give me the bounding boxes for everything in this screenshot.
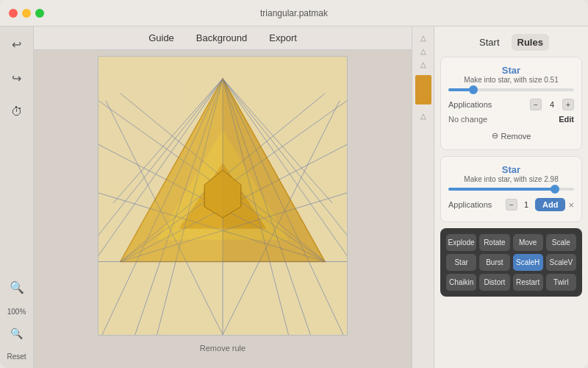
grid-btn-move[interactable]: Move — [513, 234, 543, 251]
redo-icon[interactable]: ↪ — [7, 68, 27, 88]
pattern-canvas — [98, 56, 348, 336]
grid-btn-star[interactable]: Star — [446, 254, 476, 271]
main-layout: ↩ ↪ ⏱ 🔍 100% 🔍 Reset Guide Background Ex… — [0, 26, 588, 368]
rule2-apps-value: 1 — [520, 200, 532, 209]
history-icon[interactable]: ⏱ — [7, 102, 27, 122]
rule2-close-button[interactable]: × — [568, 199, 574, 210]
strip-panel: △ △ △ △ — [412, 26, 434, 368]
rule1-decrement[interactable]: − — [530, 99, 542, 110]
toolbar-export[interactable]: Export — [269, 32, 297, 43]
grid-btn-scale[interactable]: Scale — [546, 234, 576, 251]
rule1-slider[interactable] — [448, 88, 574, 91]
grid-btn-twirl[interactable]: Twirl — [546, 274, 576, 291]
grid-btn-chaikin[interactable]: Chaikin — [446, 274, 476, 291]
rule1-apps-label: Applications — [448, 100, 492, 109]
remove-icon: ⊖ — [492, 131, 498, 141]
tab-bar: Start Rules — [434, 26, 588, 57]
grid-btn-restart[interactable]: Restart — [513, 274, 543, 291]
undo-icon[interactable]: ↩ — [7, 34, 27, 54]
canvas-caption: Remove rule — [200, 344, 245, 353]
pattern-svg — [98, 57, 347, 335]
rule2-add-row: Applications − 1 Add × — [448, 198, 574, 211]
grid-btn-scaleh[interactable]: ScaleH — [513, 254, 543, 271]
maximize-button[interactable] — [35, 9, 44, 18]
tab-rules[interactable]: Rules — [512, 34, 549, 51]
rule-card-2: Star Make into star, with size 2.98 Appl… — [440, 156, 582, 222]
rule2-slider-fill — [448, 188, 555, 191]
strip-triangle-3[interactable]: △ — [417, 59, 429, 69]
rule2-decrement[interactable]: − — [506, 199, 517, 210]
minimize-button[interactable] — [22, 9, 31, 18]
close-button[interactable] — [9, 9, 18, 18]
zoom-in-icon[interactable]: 🔍 — [7, 277, 27, 297]
grid-btn-distort[interactable]: Distort — [479, 274, 509, 291]
sidebar: ↩ ↪ ⏱ 🔍 100% 🔍 Reset — [0, 26, 34, 368]
strip-triangle-2[interactable]: △ — [417, 46, 429, 56]
rule1-title: Star — [448, 65, 574, 76]
grid-btn-explode[interactable]: Explode — [446, 234, 476, 251]
reset-button[interactable]: Reset — [7, 353, 26, 361]
strip-triangle-4[interactable]: △ — [417, 110, 429, 121]
strip-color-swatch[interactable] — [415, 75, 431, 105]
toolbar-guide[interactable]: Guide — [148, 32, 174, 43]
rule1-desc: Make into star, with size 0.51 — [448, 76, 574, 84]
rule2-apps-label: Applications — [448, 200, 492, 209]
toolbar-background[interactable]: Background — [196, 32, 247, 43]
rule1-remove-label: Remove — [501, 132, 531, 141]
rule1-stepper: − 4 + — [530, 99, 574, 110]
window-title: triangular.patmak — [260, 8, 328, 18]
grid-popup: ExplodeRotateMoveScaleStarBurstScaleHSca… — [440, 228, 582, 297]
rule1-increment[interactable]: + — [562, 99, 574, 110]
rule1-apps-row: Applications − 4 + — [448, 99, 574, 110]
rule1-slider-thumb[interactable] — [469, 85, 478, 94]
rule2-slider-thumb[interactable] — [551, 185, 559, 194]
zoom-level: 100% — [7, 308, 26, 316]
rule2-desc: Make into star, with size 2.98 — [448, 175, 574, 183]
sidebar-bottom: 🔍 100% 🔍 Reset — [7, 277, 27, 361]
rule1-nochange-label: No change — [448, 115, 487, 124]
rule-card-1: Star Make into star, with size 0.51 Appl… — [440, 57, 582, 150]
grid-btn-rotate[interactable]: Rotate — [479, 234, 509, 251]
right-panel: Start Rules Star Make into star, with si… — [434, 26, 588, 368]
canvas-area: Guide Background Export — [34, 26, 412, 368]
rule1-nochange-row: No change Edit — [448, 115, 574, 124]
grid-btn-scalev[interactable]: ScaleV — [546, 254, 576, 271]
titlebar: triangular.patmak — [0, 0, 588, 26]
tab-start[interactable]: Start — [473, 34, 505, 51]
rule2-title: Star — [448, 164, 574, 175]
rule1-remove-button[interactable]: ⊖ Remove — [448, 130, 574, 142]
toolbar: Guide Background Export — [34, 26, 412, 50]
rule1-edit-button[interactable]: Edit — [559, 115, 574, 124]
zoom-out-icon[interactable]: 🔍 — [7, 323, 27, 344]
rule2-slider[interactable] — [448, 188, 574, 191]
rule1-apps-value: 4 — [546, 100, 558, 109]
rule2-add-button[interactable]: Add — [535, 198, 565, 211]
strip-triangle-1[interactable]: △ — [417, 32, 429, 43]
grid-btn-burst[interactable]: Burst — [479, 254, 509, 271]
traffic-lights — [9, 9, 44, 18]
